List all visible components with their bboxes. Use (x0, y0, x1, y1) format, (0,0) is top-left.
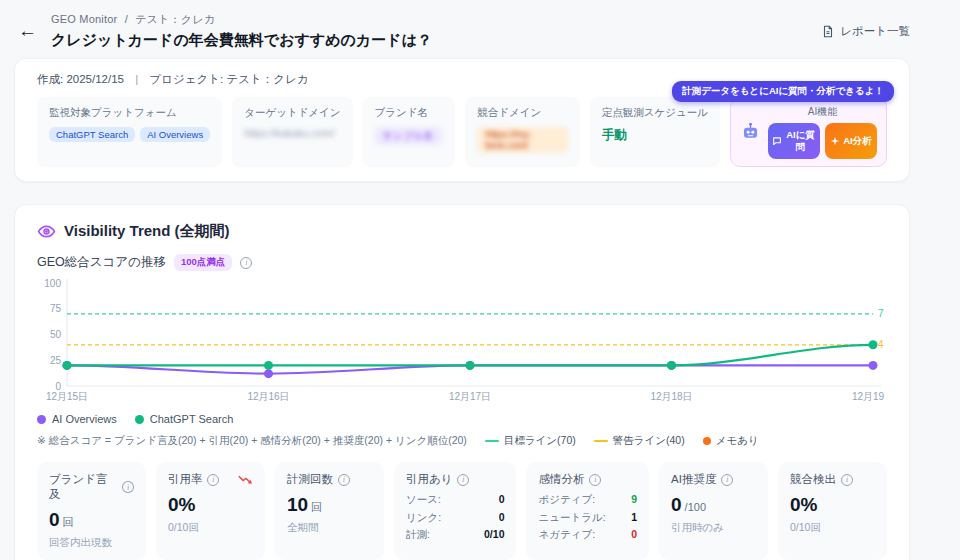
legend-ai-overviews-label: AI Overviews (52, 413, 117, 425)
memo-legend: メモあり (703, 434, 759, 448)
field-competitor-domain: 競合ドメイン https://my-best.com/ (465, 97, 580, 167)
legend-dot-green (135, 415, 144, 424)
svg-text:12月16日: 12月16日 (247, 391, 289, 402)
platform-chip-aioverviews: AI Overviews (140, 127, 210, 142)
stat-measurement-count-unit: 回 (311, 500, 322, 515)
stat-citation-rate: 引用率i 0% 0/10回 (156, 462, 265, 560)
legend-chatgpt-search: ChatGPT Search (135, 413, 234, 425)
eye-icon (37, 222, 56, 241)
stat-citations-label: 引用あり (406, 472, 453, 487)
breadcrumb-root[interactable]: GEO Monitor (51, 13, 117, 25)
stat-competitor-detection-label: 競合検出 (790, 472, 836, 487)
stat-measurement-count-info-icon[interactable]: i (338, 474, 350, 486)
back-button[interactable]: ← (18, 21, 37, 40)
stat-sentiment-label: 感情分析 (538, 472, 584, 487)
geo-monitor-page: ← GEO Monitor / テスト：クレカ クレジットカードの年会費無料でお… (0, 0, 960, 560)
field-brand-name-label: ブランド名 (375, 106, 444, 120)
stat-competitor-detection-sub: 0/10回 (790, 521, 875, 535)
stat-competitor-detection-value: 0% (790, 494, 817, 516)
field-target-domain-label: ターゲットドメイン (244, 106, 340, 120)
ai-feature-tooltip: 計測データをもとにAIに質問・分析できるよ！ (672, 81, 894, 102)
header-text: GEO Monitor / テスト：クレカ クレジットカードの年会費無料でおすす… (51, 12, 432, 50)
stat-citation-rate-label: 引用率 (168, 472, 203, 487)
svg-text:12月17日: 12月17日 (449, 391, 491, 402)
visibility-trend-card: Visibility Trend (全期間) GEO総合スコアの推移 100点満… (14, 204, 910, 560)
trend-subtitle: GEO総合スコアの推移 (37, 254, 166, 271)
stats-row: ブランド言及i 0回 回答内出現数 引用率i 0% 0/10回 計測回数i 10… (37, 462, 887, 560)
stat-measurement-count-sub: 全期間 (287, 521, 372, 535)
document-icon (821, 24, 835, 39)
stat-sentiment-neutral-row: ニュートラル:1 (538, 511, 637, 525)
chart-legend: AI Overviews ChatGPT Search (37, 413, 887, 425)
score-formula-note: ※ 総合スコア = ブランド言及(20) + 引用(20) + 感情分析(20)… (37, 434, 467, 448)
breadcrumb-current: テスト：クレカ (135, 13, 215, 25)
meta-divider: | (135, 73, 138, 85)
page-title: クレジットカードの年会費無料でおすすめのカードは？ (51, 31, 432, 50)
sparkles-icon (830, 136, 840, 146)
field-platform-label: 監視対象プラットフォーム (49, 106, 210, 120)
trend-chart: 025507510012月15日12月16日12月17日12月18日12月19日… (37, 279, 885, 405)
ai-ask-button[interactable]: AIに質問 (768, 123, 820, 159)
trend-info-icon[interactable]: i (240, 257, 252, 269)
stat-brand-mentions: ブランド言及i 0回 回答内出現数 (37, 462, 146, 560)
created-date: 作成: 2025/12/15 (37, 73, 124, 85)
report-list-button[interactable]: レポート一覧 (821, 24, 910, 39)
stat-citations-measure-row: 計測:0/10 (406, 528, 505, 542)
report-list-label: レポート一覧 (840, 24, 910, 39)
stat-citations: 引用ありi ソース:0 リンク:0 計測:0/10 (394, 462, 517, 560)
svg-text:25: 25 (50, 355, 62, 366)
goal-line-legend: 目標ライン(70) (485, 434, 576, 448)
memo-dot (703, 437, 711, 445)
platform-chip-chatgpt: ChatGPT Search (49, 127, 135, 142)
stat-brand-mentions-info-icon[interactable]: i (122, 481, 134, 493)
ai-feature-box: 計測データをもとにAIに質問・分析できるよ！ AI機能 AIに質問 AI分析 (730, 97, 887, 167)
svg-text:50: 50 (50, 329, 62, 340)
stat-brand-mentions-value: 0 (49, 509, 60, 531)
stat-competitor-detection-info-icon[interactable]: i (841, 474, 853, 486)
project-name: プロジェクト: テスト：クレカ (149, 73, 308, 85)
stat-ai-recommendation-unit: /100 (685, 501, 706, 513)
svg-text:12月18日: 12月18日 (650, 391, 692, 402)
stat-sentiment: 感情分析i ポジティブ:9 ニュートラル:1 ネガティブ:0 (526, 462, 649, 560)
field-brand-name: ブランド名 サンプル名 (363, 97, 456, 167)
target-domain-value: https://kakaku.com/ (244, 127, 340, 139)
ai-analyze-button[interactable]: AI分析 (825, 123, 877, 159)
goal-line-swatch (485, 440, 499, 443)
stat-measurement-count: 計測回数i 10回 全期間 (275, 462, 384, 560)
breadcrumb-separator: / (125, 13, 128, 25)
legend-ai-overviews: AI Overviews (37, 413, 117, 425)
warning-line-swatch (594, 440, 608, 443)
stat-measurement-count-value: 10 (287, 494, 308, 516)
legend-dot-purple (37, 415, 46, 424)
trend-title: Visibility Trend (全期間) (64, 222, 230, 241)
stat-sentiment-positive-row: ポジティブ:9 (538, 493, 637, 507)
field-schedule-label: 定点観測スケジュール (602, 106, 708, 120)
svg-text:0: 0 (55, 381, 61, 392)
competitor-domain-value: https://my-best.com/ (477, 127, 568, 153)
svg-text:12月19日: 12月19日 (852, 391, 885, 402)
stat-measurement-count-label: 計測回数 (287, 472, 333, 487)
project-info-card: 作成: 2025/12/15 | プロジェクト: テスト：クレカ 監視対象プラッ… (14, 58, 910, 182)
stat-ai-recommendation-info-icon[interactable]: i (721, 474, 733, 486)
breadcrumb[interactable]: GEO Monitor / テスト：クレカ (51, 12, 432, 27)
field-target-domain: ターゲットドメイン https://kakaku.com/ (232, 97, 352, 167)
legend-chatgpt-search-label: ChatGPT Search (150, 413, 234, 425)
stat-sentiment-info-icon[interactable]: i (589, 474, 601, 486)
stat-citation-rate-value: 0% (168, 494, 195, 516)
trend-down-icon (238, 474, 253, 485)
memo-label: メモあり (716, 434, 759, 448)
svg-text:100: 100 (44, 279, 61, 289)
stat-brand-mentions-unit: 回 (63, 515, 74, 530)
ai-ask-label: AIに質問 (785, 129, 816, 153)
stat-ai-recommendation: AI推奨度i 0/100 引用時のみ (659, 462, 768, 560)
score-note-row: ※ 総合スコア = ブランド言及(20) + 引用(20) + 感情分析(20)… (37, 434, 887, 448)
stat-citation-rate-sub: 0/10回 (168, 521, 253, 535)
ai-feature-label: AI機能 (808, 105, 837, 119)
stat-citations-source-row: ソース:0 (406, 493, 505, 507)
stat-citation-rate-info-icon[interactable]: i (207, 474, 219, 486)
svg-text:12月15日: 12月15日 (46, 391, 88, 402)
warning-line-legend: 警告ライン(40) (594, 434, 685, 448)
field-schedule: 定点観測スケジュール 手動 (590, 97, 720, 167)
stat-citations-info-icon[interactable]: i (457, 474, 469, 486)
chat-icon (772, 136, 782, 146)
